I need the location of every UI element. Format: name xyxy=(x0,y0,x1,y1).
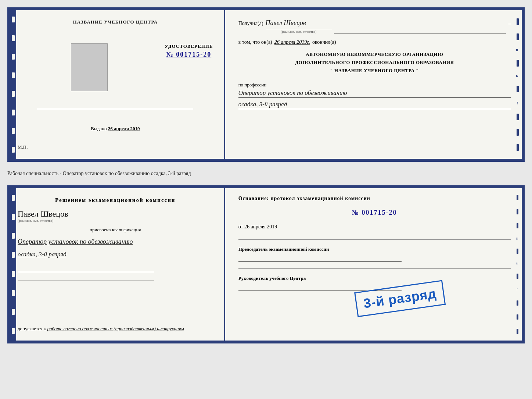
divider-2 xyxy=(238,268,511,269)
sign-line-1 xyxy=(18,266,154,272)
cert-label: УДОСТОВЕРЕНИЕ xyxy=(165,43,213,49)
page-container: НАЗВАНИЕ УЧЕБНОГО ЦЕНТРА УДОСТОВЕРЕНИЕ №… xyxy=(7,7,525,343)
certificate-document-1: НАЗВАНИЕ УЧЕБНОГО ЦЕНТРА УДОСТОВЕРЕНИЕ №… xyxy=(7,7,525,162)
basis-title: Основание: протокол экзаменационной коми… xyxy=(238,196,511,202)
doc2-rank-value: осадка, 3-й разряд xyxy=(18,251,213,258)
chairman-label: Председатель экзаменационной комиссии xyxy=(238,246,511,252)
photo-placeholder xyxy=(71,43,108,91)
director-label: Руководитель учебного Центра xyxy=(238,275,511,281)
doc1-center-title: НАЗВАНИЕ УЧЕБНОГО ЦЕНТРА xyxy=(73,19,158,25)
received-line: Получил(а) Павел Швецов (фамилия, имя, о… xyxy=(238,18,511,34)
cert-number: № 001715-20 xyxy=(166,51,212,58)
doc1-left-panel: НАЗВАНИЕ УЧЕБНОГО ЦЕНТРА УДОСТОВЕРЕНИЕ №… xyxy=(10,10,225,159)
chairman-block: Председатель экзаменационной комиссии xyxy=(238,246,511,262)
date-value: 26 апреля 2019г. xyxy=(274,39,310,45)
cert-number-block: УДОСТОВЕРЕНИЕ № 001715-20 xyxy=(165,43,213,58)
profession-rank: осадка, 3-й разряд xyxy=(238,101,511,109)
chairman-sign-line xyxy=(238,255,402,262)
doc2-left-panel: Решением экзаменационной комиссии Павел … xyxy=(10,188,225,341)
recipient-name: Павел Швецов xyxy=(266,18,332,29)
stamp-overlay: 3-й разряд xyxy=(356,286,445,311)
person-block: Павел Швецов (фамилия, имя, отчество) xyxy=(18,208,213,222)
person-name: Павел Швецов xyxy=(18,209,213,219)
right-decoration-bars-2: и а ← xyxy=(514,188,522,341)
org-block: АВТОНОМНУЮ НЕКОММЕРЧЕСКУЮ ОРГАНИЗАЦИЮ ДО… xyxy=(238,50,511,75)
допускается-value: работе согласно должностным (производств… xyxy=(47,326,184,331)
divider-1 xyxy=(238,239,511,240)
fio-hint: (фамилия, имя, отчество) xyxy=(281,29,316,34)
допускается-block: допускается к работе согласно должностны… xyxy=(18,320,213,332)
doc2-right-panel: Основание: протокол экзаменационной коми… xyxy=(225,188,522,341)
doc1-right-panel: Получил(а) Павел Швецов (фамилия, имя, о… xyxy=(225,10,522,159)
sign-line-2 xyxy=(18,274,154,281)
mp-label: М.П. xyxy=(18,144,28,150)
protocol-number: № 001715-20 xyxy=(238,209,511,217)
specialty-description: Рабочая специальность - Оператор установ… xyxy=(7,168,525,179)
protocol-date: от 26 апреля 2019 xyxy=(238,224,511,230)
date-line: в том, что он(а) 26 апреля 2019г. окончи… xyxy=(238,39,511,45)
issued-line: Выдано 26 апреля 2019 xyxy=(91,126,140,132)
profession-value: Оператор установок по обезвоживанию xyxy=(238,89,511,98)
assigned-label: присвоена квалификация xyxy=(18,227,213,233)
profession-block: по профессии Оператор установок по обезв… xyxy=(238,82,511,109)
person-fio-hint: (фамилия, имя, отчество) xyxy=(18,219,213,222)
right-decoration-bars: и а ← xyxy=(514,10,522,159)
doc2-profession-value: Оператор установок по обезвоживанию xyxy=(18,237,213,246)
signature-lines xyxy=(18,266,213,281)
decision-title: Решением экзаменационной комиссии xyxy=(18,197,213,203)
certificate-document-2: Решением экзаменационной комиссии Павел … xyxy=(7,185,525,343)
